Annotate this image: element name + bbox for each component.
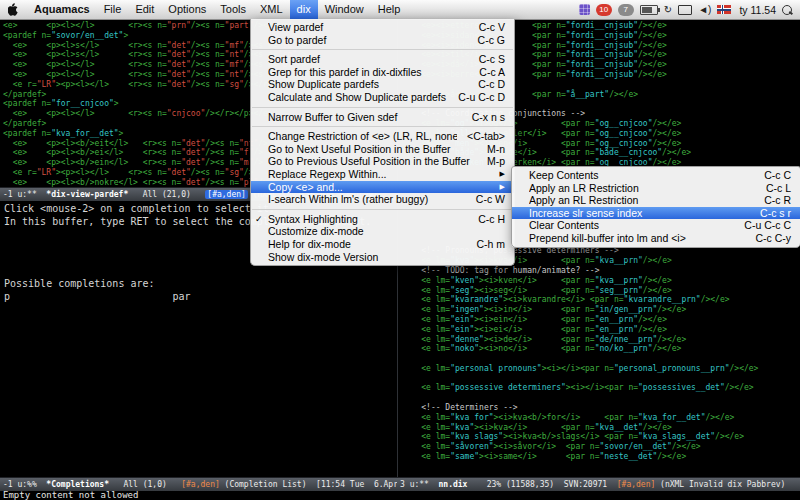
checkmark-icon: ✓	[255, 213, 268, 226]
menu-item-label: Sort pardef	[268, 53, 469, 66]
menu-item-show-dix-mode-version[interactable]: Show dix-mode Version	[251, 251, 514, 264]
menu-item-label: Show dix-mode Version	[268, 251, 495, 264]
menu-item-label: Copy <e> and...	[268, 181, 490, 194]
menu-shortcut: C-c S	[479, 53, 505, 66]
menubar: AquamacsFileEditOptionsToolsXMLdixWindow…	[0, 0, 800, 20]
menu-shortcut: C-c V	[479, 21, 505, 34]
menu-item-calculate-and-show-duplicate-pardefs[interactable]: Calculate and Show Duplicate pardefsC-u …	[251, 91, 514, 104]
menu-shortcut: C-c C	[764, 169, 791, 182]
menu-item-go-to-previous-useful-position-in-the-buffer[interactable]: Go to Previous Useful Position in the Bu…	[251, 155, 514, 168]
menu-item-label: Help for dix-mode	[268, 238, 466, 251]
menu-item-label: Calculate and Show Duplicate pardefs	[268, 91, 448, 104]
apple-menu-icon[interactable]	[0, 3, 27, 16]
menu-item-view-pardef[interactable]: View pardefC-c V	[251, 21, 514, 34]
menu-shortcut: C-c W	[476, 193, 505, 206]
menu-shortcut: C-c R	[764, 194, 791, 207]
menubar-item-aquamacs[interactable]: Aquamacs	[27, 0, 97, 19]
menu-separator	[252, 209, 513, 210]
menu-shortcut: C-u C-c D	[458, 91, 505, 104]
menu-item-customize-dix-mode[interactable]: Customize dix-mode	[251, 225, 514, 238]
menubar-item-tools[interactable]: Tools	[213, 0, 253, 19]
menu-shortcut: C-u C-c C	[744, 219, 791, 232]
menubar-item-xml[interactable]: XML	[253, 0, 290, 19]
menu-item-syntax-highlighting[interactable]: ✓Syntax HighlightingC-c H	[251, 213, 514, 226]
battery-icon[interactable]	[640, 5, 658, 15]
menubar-item-help[interactable]: Help	[371, 0, 408, 19]
menu-item-label: Clear Contents	[529, 219, 734, 232]
flag-stripe	[722, 5, 724, 14]
menu-item-label: Apply an LR Restriction	[529, 182, 756, 195]
menubar-item-options[interactable]: Options	[161, 0, 213, 19]
sync-icon[interactable]: ↻	[664, 4, 672, 16]
display-icon[interactable]	[678, 5, 692, 15]
menu-shortcut: C-h m	[476, 238, 505, 251]
menubar-status-area: 10 7 ↻ ◄) ty 11.54	[579, 4, 800, 16]
menu-shortcut: C-x n s	[472, 111, 505, 124]
menu-item-label: View pardef	[268, 21, 469, 34]
notification-badge-icon[interactable]: 10	[596, 4, 612, 16]
battery-tip	[658, 8, 660, 12]
volume-icon[interactable]: ◄)	[698, 4, 711, 16]
menu-item-label: Keep Contents	[529, 169, 754, 182]
menu-item-label: I-search Within lm's (rather buggy)	[268, 193, 466, 206]
menu-shortcut: C-c L	[766, 182, 791, 195]
menu-item-label: Show Duplicate pardefs	[268, 78, 468, 91]
menu-item-label: Apply an RL Restriction	[529, 194, 754, 207]
menubar-items: AquamacsFileEditOptionsToolsXMLdixWindow…	[27, 0, 407, 19]
menu-item-label: Change Restriction of <e> (LR, RL, none)	[268, 130, 457, 143]
menu-item-change-restriction-of-e-lr-rl-none[interactable]: Change Restriction of <e> (LR, RL, none)…	[251, 130, 514, 143]
menu-item-i-search-within-lm-s-rather-buggy[interactable]: I-search Within lm's (rather buggy)C-c W	[251, 193, 514, 206]
menu-item-show-duplicate-pardefs[interactable]: Show Duplicate pardefsC-c D	[251, 78, 514, 91]
menu-separator	[252, 107, 513, 108]
menu-item-clear-contents[interactable]: Clear ContentsC-u C-c C	[512, 219, 800, 232]
menu-item-narrow-buffer-to-given-sdef[interactable]: Narrow Buffer to Given sdefC-x n s	[251, 111, 514, 124]
menu-item-label: Go to pardef	[268, 34, 468, 47]
copy-e-and-submenu: Keep ContentsC-c CApply an LR Restrictio…	[511, 166, 800, 248]
menubar-clock[interactable]: ty 11.54	[737, 4, 776, 16]
spotlight-icon[interactable]	[782, 5, 792, 15]
menu-item-apply-an-rl-restriction[interactable]: Apply an RL RestrictionC-c R	[512, 194, 800, 207]
menubar-item-window[interactable]: Window	[318, 0, 371, 19]
menu-item-label: Go to Next Useful Position in the Buffer	[268, 143, 477, 156]
menu-shortcut: <C-tab>	[467, 130, 505, 143]
menu-item-label: Increase slr sense index	[529, 207, 750, 220]
menu-shortcut: C-c H	[478, 213, 505, 226]
dix-menu-dropdown: View pardefC-c VGo to pardefC-c GSort pa…	[250, 19, 515, 266]
battery-fill	[642, 7, 652, 13]
menu-item-label: Go to Previous Useful Position in the Bu…	[268, 155, 477, 168]
count-badge-icon[interactable]: 7	[618, 4, 634, 16]
menu-item-label: Prepend kill-buffer into lm and <i>	[529, 232, 745, 245]
menu-item-prepend-kill-buffer-into-lm-and-i[interactable]: Prepend kill-buffer into lm and <i>C-c C…	[512, 232, 800, 245]
menu-item-go-to-pardef[interactable]: Go to pardefC-c G	[251, 34, 514, 47]
flag-stripe	[717, 9, 731, 11]
norway-flag-input-icon[interactable]	[717, 5, 731, 14]
submenu-arrow-icon: ▶	[500, 168, 505, 181]
menu-item-replace-regexp-within[interactable]: Replace Regexp Within...▶	[251, 168, 514, 181]
menu-shortcut: C-c A	[479, 66, 505, 79]
menu-shortcut: C-c G	[478, 34, 505, 47]
submenu-arrow-icon: ▶	[500, 181, 505, 194]
menu-item-label: Grep for this pardef in dix-dixfiles	[268, 66, 469, 79]
menu-item-sort-pardef[interactable]: Sort pardefC-c S	[251, 53, 514, 66]
menu-separator	[252, 49, 513, 50]
menu-item-increase-slr-sense-index[interactable]: Increase slr sense indexC-c s r	[512, 207, 800, 220]
menu-item-grep-for-this-pardef-in-dix-dixfiles[interactable]: Grep for this pardef in dix-dixfilesC-c …	[251, 66, 514, 79]
menu-shortcut: M-p	[487, 155, 505, 168]
menu-item-label: Narrow Buffer to Given sdef	[268, 111, 462, 124]
menubar-item-dix[interactable]: dix	[290, 0, 318, 19]
menu-item-apply-an-lr-restriction[interactable]: Apply an LR RestrictionC-c L	[512, 182, 800, 195]
menu-item-label: Customize dix-mode	[268, 225, 495, 238]
menu-item-help-for-dix-mode[interactable]: Help for dix-modeC-h m	[251, 238, 514, 251]
menu-item-keep-contents[interactable]: Keep ContentsC-c C	[512, 169, 800, 182]
menu-item-label: Syntax Highlighting	[268, 213, 468, 226]
menubar-item-edit[interactable]: Edit	[128, 0, 161, 19]
menu-shortcut: C-c D	[478, 78, 505, 91]
echo-area: Empty content not allowed	[0, 490, 800, 500]
app-grid-icon[interactable]	[579, 4, 590, 15]
modeline-nn-dix[interactable]: 3 u:** nn.dix 23% (11588,35) SVN:20971 […	[397, 477, 800, 491]
menu-item-go-to-next-useful-position-in-the-buffer[interactable]: Go to Next Useful Position in the Buffer…	[251, 143, 514, 156]
menubar-item-file[interactable]: File	[97, 0, 129, 19]
menu-item-copy-e-and[interactable]: Copy <e> and...▶	[251, 181, 514, 194]
aquamacs-screen: AquamacsFileEditOptionsToolsXMLdixWindow…	[0, 0, 800, 500]
menu-shortcut: C-c s r	[760, 207, 791, 220]
